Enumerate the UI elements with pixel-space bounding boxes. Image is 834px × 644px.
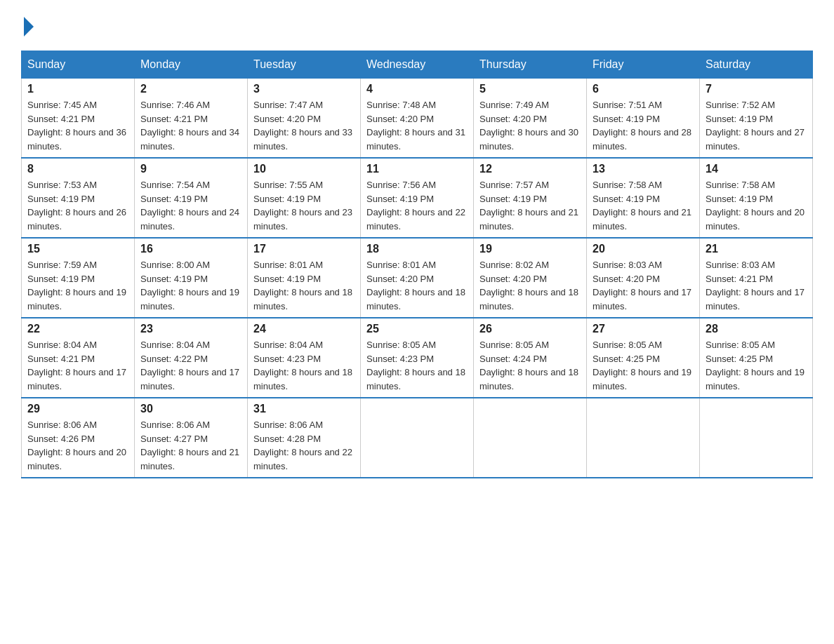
day-info: Sunrise: 7:45 AM Sunset: 4:21 PM Dayligh… bbox=[27, 98, 128, 153]
day-number: 12 bbox=[479, 163, 581, 175]
calendar-day-cell bbox=[587, 398, 700, 478]
day-info: Sunrise: 8:04 AM Sunset: 4:21 PM Dayligh… bbox=[27, 338, 128, 393]
calendar-weekday-friday: Friday bbox=[587, 51, 700, 79]
day-info: Sunrise: 8:01 AM Sunset: 4:19 PM Dayligh… bbox=[253, 258, 355, 313]
day-info: Sunrise: 7:54 AM Sunset: 4:19 PM Dayligh… bbox=[140, 178, 241, 233]
day-number: 27 bbox=[593, 323, 694, 335]
calendar-day-cell: 9 Sunrise: 7:54 AM Sunset: 4:19 PM Dayli… bbox=[135, 158, 248, 238]
calendar-day-cell: 23 Sunrise: 8:04 AM Sunset: 4:22 PM Dayl… bbox=[135, 318, 248, 398]
day-number: 30 bbox=[140, 403, 241, 415]
day-info: Sunrise: 8:06 AM Sunset: 4:26 PM Dayligh… bbox=[27, 418, 128, 473]
day-info: Sunrise: 8:04 AM Sunset: 4:23 PM Dayligh… bbox=[253, 338, 355, 393]
calendar-day-cell: 21 Sunrise: 8:03 AM Sunset: 4:21 PM Dayl… bbox=[700, 238, 813, 318]
day-number: 21 bbox=[706, 243, 807, 255]
day-number: 10 bbox=[253, 163, 355, 175]
day-info: Sunrise: 7:59 AM Sunset: 4:19 PM Dayligh… bbox=[27, 258, 128, 313]
day-number: 3 bbox=[253, 83, 355, 95]
calendar-day-cell: 26 Sunrise: 8:05 AM Sunset: 4:24 PM Dayl… bbox=[474, 318, 587, 398]
day-number: 5 bbox=[479, 83, 581, 95]
calendar-day-cell: 10 Sunrise: 7:55 AM Sunset: 4:19 PM Dayl… bbox=[248, 158, 361, 238]
day-info: Sunrise: 8:05 AM Sunset: 4:23 PM Dayligh… bbox=[366, 338, 468, 393]
calendar-day-cell: 6 Sunrise: 7:51 AM Sunset: 4:19 PM Dayli… bbox=[587, 79, 700, 159]
calendar-weekday-monday: Monday bbox=[135, 51, 248, 79]
calendar-day-cell: 24 Sunrise: 8:04 AM Sunset: 4:23 PM Dayl… bbox=[248, 318, 361, 398]
day-number: 28 bbox=[706, 323, 807, 335]
day-info: Sunrise: 8:03 AM Sunset: 4:20 PM Dayligh… bbox=[593, 258, 694, 313]
calendar-day-cell: 11 Sunrise: 7:56 AM Sunset: 4:19 PM Dayl… bbox=[361, 158, 474, 238]
day-number: 7 bbox=[706, 83, 807, 95]
day-number: 1 bbox=[27, 83, 128, 95]
calendar-day-cell: 22 Sunrise: 8:04 AM Sunset: 4:21 PM Dayl… bbox=[22, 318, 135, 398]
calendar-day-cell: 4 Sunrise: 7:48 AM Sunset: 4:20 PM Dayli… bbox=[361, 79, 474, 159]
day-info: Sunrise: 7:52 AM Sunset: 4:19 PM Dayligh… bbox=[706, 98, 807, 153]
day-number: 17 bbox=[253, 243, 355, 255]
calendar-day-cell: 3 Sunrise: 7:47 AM Sunset: 4:20 PM Dayli… bbox=[248, 79, 361, 159]
day-number: 16 bbox=[140, 243, 241, 255]
calendar-day-cell: 31 Sunrise: 8:06 AM Sunset: 4:28 PM Dayl… bbox=[248, 398, 361, 478]
calendar-day-cell: 30 Sunrise: 8:06 AM Sunset: 4:27 PM Dayl… bbox=[135, 398, 248, 478]
day-info: Sunrise: 7:58 AM Sunset: 4:19 PM Dayligh… bbox=[593, 178, 694, 233]
calendar-day-cell bbox=[361, 398, 474, 478]
day-info: Sunrise: 7:46 AM Sunset: 4:21 PM Dayligh… bbox=[140, 98, 241, 153]
day-number: 23 bbox=[140, 323, 241, 335]
calendar-day-cell: 16 Sunrise: 8:00 AM Sunset: 4:19 PM Dayl… bbox=[135, 238, 248, 318]
calendar-day-cell bbox=[700, 398, 813, 478]
calendar-week-row: 22 Sunrise: 8:04 AM Sunset: 4:21 PM Dayl… bbox=[22, 318, 813, 398]
logo bbox=[21, 14, 34, 36]
day-number: 2 bbox=[140, 83, 241, 95]
day-number: 20 bbox=[593, 243, 694, 255]
day-number: 25 bbox=[366, 323, 468, 335]
day-info: Sunrise: 8:06 AM Sunset: 4:27 PM Dayligh… bbox=[140, 418, 241, 473]
day-info: Sunrise: 7:57 AM Sunset: 4:19 PM Dayligh… bbox=[479, 178, 581, 233]
day-info: Sunrise: 8:05 AM Sunset: 4:24 PM Dayligh… bbox=[479, 338, 581, 393]
day-info: Sunrise: 8:02 AM Sunset: 4:20 PM Dayligh… bbox=[479, 258, 581, 313]
day-number: 31 bbox=[253, 403, 355, 415]
day-info: Sunrise: 8:05 AM Sunset: 4:25 PM Dayligh… bbox=[706, 338, 807, 393]
calendar-day-cell: 2 Sunrise: 7:46 AM Sunset: 4:21 PM Dayli… bbox=[135, 79, 248, 159]
calendar-day-cell: 15 Sunrise: 7:59 AM Sunset: 4:19 PM Dayl… bbox=[22, 238, 135, 318]
day-number: 9 bbox=[140, 163, 241, 175]
calendar-week-row: 8 Sunrise: 7:53 AM Sunset: 4:19 PM Dayli… bbox=[22, 158, 813, 238]
calendar-weekday-tuesday: Tuesday bbox=[248, 51, 361, 79]
calendar-day-cell: 13 Sunrise: 7:58 AM Sunset: 4:19 PM Dayl… bbox=[587, 158, 700, 238]
day-info: Sunrise: 7:56 AM Sunset: 4:19 PM Dayligh… bbox=[366, 178, 468, 233]
day-info: Sunrise: 7:49 AM Sunset: 4:20 PM Dayligh… bbox=[479, 98, 581, 153]
calendar-day-cell: 17 Sunrise: 8:01 AM Sunset: 4:19 PM Dayl… bbox=[248, 238, 361, 318]
calendar-table: SundayMondayTuesdayWednesdayThursdayFrid… bbox=[21, 51, 813, 478]
calendar-header-row: SundayMondayTuesdayWednesdayThursdayFrid… bbox=[22, 51, 813, 79]
calendar-day-cell bbox=[474, 398, 587, 478]
logo-arrow-icon bbox=[24, 17, 34, 36]
calendar-day-cell: 14 Sunrise: 7:58 AM Sunset: 4:19 PM Dayl… bbox=[700, 158, 813, 238]
day-info: Sunrise: 7:53 AM Sunset: 4:19 PM Dayligh… bbox=[27, 178, 128, 233]
day-number: 6 bbox=[593, 83, 694, 95]
day-info: Sunrise: 8:05 AM Sunset: 4:25 PM Dayligh… bbox=[593, 338, 694, 393]
day-info: Sunrise: 7:47 AM Sunset: 4:20 PM Dayligh… bbox=[253, 98, 355, 153]
calendar-body: 1 Sunrise: 7:45 AM Sunset: 4:21 PM Dayli… bbox=[22, 79, 813, 478]
day-number: 18 bbox=[366, 243, 468, 255]
day-info: Sunrise: 7:51 AM Sunset: 4:19 PM Dayligh… bbox=[593, 98, 694, 153]
calendar-weekday-wednesday: Wednesday bbox=[361, 51, 474, 79]
calendar-day-cell: 7 Sunrise: 7:52 AM Sunset: 4:19 PM Dayli… bbox=[700, 79, 813, 159]
day-info: Sunrise: 8:04 AM Sunset: 4:22 PM Dayligh… bbox=[140, 338, 241, 393]
calendar-week-row: 15 Sunrise: 7:59 AM Sunset: 4:19 PM Dayl… bbox=[22, 238, 813, 318]
day-number: 8 bbox=[27, 163, 128, 175]
calendar-day-cell: 8 Sunrise: 7:53 AM Sunset: 4:19 PM Dayli… bbox=[22, 158, 135, 238]
day-number: 15 bbox=[27, 243, 128, 255]
day-number: 29 bbox=[27, 403, 128, 415]
calendar-day-cell: 25 Sunrise: 8:05 AM Sunset: 4:23 PM Dayl… bbox=[361, 318, 474, 398]
page-header bbox=[21, 14, 813, 36]
day-info: Sunrise: 7:55 AM Sunset: 4:19 PM Dayligh… bbox=[253, 178, 355, 233]
day-number: 11 bbox=[366, 163, 468, 175]
day-number: 4 bbox=[366, 83, 468, 95]
day-info: Sunrise: 8:03 AM Sunset: 4:21 PM Dayligh… bbox=[706, 258, 807, 313]
day-info: Sunrise: 8:06 AM Sunset: 4:28 PM Dayligh… bbox=[253, 418, 355, 473]
calendar-week-row: 1 Sunrise: 7:45 AM Sunset: 4:21 PM Dayli… bbox=[22, 79, 813, 159]
calendar-day-cell: 1 Sunrise: 7:45 AM Sunset: 4:21 PM Dayli… bbox=[22, 79, 135, 159]
calendar-day-cell: 5 Sunrise: 7:49 AM Sunset: 4:20 PM Dayli… bbox=[474, 79, 587, 159]
calendar-day-cell: 27 Sunrise: 8:05 AM Sunset: 4:25 PM Dayl… bbox=[587, 318, 700, 398]
day-info: Sunrise: 7:58 AM Sunset: 4:19 PM Dayligh… bbox=[706, 178, 807, 233]
day-number: 13 bbox=[593, 163, 694, 175]
calendar-weekday-sunday: Sunday bbox=[22, 51, 135, 79]
calendar-weekday-thursday: Thursday bbox=[474, 51, 587, 79]
calendar-day-cell: 28 Sunrise: 8:05 AM Sunset: 4:25 PM Dayl… bbox=[700, 318, 813, 398]
